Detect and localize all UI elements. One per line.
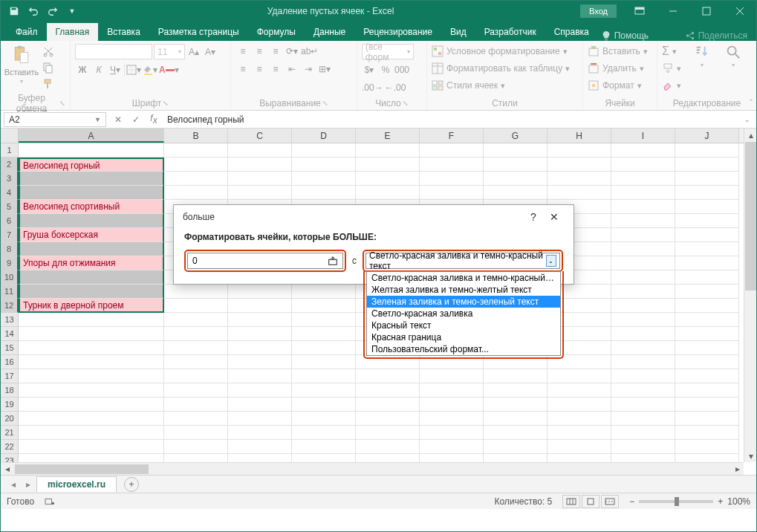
cell[interactable] <box>675 186 739 200</box>
cell[interactable] <box>675 412 739 426</box>
formula-input[interactable]: Велосипед горный <box>163 114 738 125</box>
cut-icon[interactable] <box>41 44 56 59</box>
decrease-decimal-icon[interactable]: ←.00 <box>385 80 406 95</box>
cell[interactable] <box>484 186 548 200</box>
cell[interactable] <box>292 285 356 299</box>
cell[interactable] <box>228 454 292 462</box>
cell[interactable] <box>675 214 739 228</box>
cell[interactable] <box>292 172 356 186</box>
cell[interactable] <box>19 242 164 256</box>
clear-button[interactable]: ▾ <box>662 78 681 93</box>
tab-page-layout[interactable]: Разметка страницы <box>149 23 248 41</box>
cell[interactable] <box>675 313 739 327</box>
cell[interactable] <box>164 454 228 462</box>
row-header[interactable]: 9 <box>1 256 19 270</box>
cell[interactable] <box>356 398 420 412</box>
row-header[interactable]: 2 <box>1 158 19 172</box>
cancel-formula-icon[interactable]: ✕ <box>109 111 127 128</box>
cell[interactable] <box>611 341 675 355</box>
cell[interactable] <box>484 172 548 186</box>
cell[interactable] <box>675 143 739 158</box>
cell[interactable] <box>611 242 675 256</box>
fx-icon[interactable]: fx <box>145 111 163 128</box>
cell[interactable] <box>548 383 611 398</box>
accounting-icon[interactable]: $▾ <box>362 62 377 77</box>
percent-icon[interactable]: % <box>378 62 393 77</box>
cell[interactable] <box>420 158 484 172</box>
bold-button[interactable]: Ж <box>75 62 90 77</box>
align-right-icon[interactable]: ≡ <box>268 62 283 77</box>
column-header[interactable]: G <box>484 129 548 143</box>
borders-icon[interactable]: ▾ <box>126 62 141 77</box>
cell[interactable] <box>420 454 484 462</box>
cell[interactable] <box>675 355 739 369</box>
cell[interactable] <box>484 426 548 440</box>
cell[interactable] <box>675 285 739 299</box>
row-header[interactable]: 16 <box>1 355 19 369</box>
save-icon[interactable] <box>5 2 23 20</box>
cell[interactable] <box>484 158 548 172</box>
scroll-down-icon[interactable]: ▾ <box>744 450 756 462</box>
cell[interactable] <box>164 412 228 426</box>
sort-filter-button[interactable]: ▾ <box>689 44 715 68</box>
cell[interactable] <box>611 299 675 313</box>
cell[interactable] <box>611 285 675 299</box>
cell[interactable] <box>164 398 228 412</box>
cell[interactable] <box>548 158 611 172</box>
dialog-value-input[interactable]: 0 <box>187 253 343 269</box>
cell[interactable] <box>292 412 356 426</box>
cell[interactable]: Велосипед спортивный <box>19 200 164 214</box>
cell[interactable] <box>19 143 164 158</box>
cell[interactable] <box>228 327 292 341</box>
cell[interactable] <box>611 369 675 383</box>
cell[interactable] <box>356 369 420 383</box>
cell[interactable] <box>675 228 739 242</box>
cell[interactable] <box>292 327 356 341</box>
cell[interactable] <box>19 214 164 228</box>
cell[interactable] <box>164 440 228 454</box>
cell[interactable] <box>611 143 675 158</box>
align-top-icon[interactable]: ≡ <box>235 44 250 59</box>
scroll-thumb[interactable] <box>15 464 149 474</box>
zoom-out-icon[interactable]: − <box>629 496 634 507</box>
select-all-corner[interactable] <box>1 129 19 143</box>
cell[interactable] <box>19 412 164 426</box>
tab-data[interactable]: Данные <box>305 23 354 41</box>
row-header[interactable]: 7 <box>1 228 19 242</box>
cell[interactable] <box>228 158 292 172</box>
format-as-table-button[interactable]: Форматировать как таблицу ▾ <box>432 61 570 76</box>
delete-cells-button[interactable]: Удалить ▾ <box>588 61 648 76</box>
cell[interactable]: Велосипед горный <box>19 158 164 172</box>
decrease-indent-icon[interactable]: ⇤ <box>285 62 299 77</box>
cell[interactable] <box>484 369 548 383</box>
dialog-launcher-icon[interactable]: ⤡ <box>163 100 169 107</box>
maximize-button[interactable] <box>689 1 723 22</box>
cell[interactable] <box>420 440 484 454</box>
cell[interactable] <box>420 172 484 186</box>
cell[interactable] <box>19 270 164 285</box>
cell[interactable] <box>675 426 739 440</box>
cell[interactable] <box>356 158 420 172</box>
row-header[interactable]: 5 <box>1 200 19 214</box>
cell[interactable] <box>484 440 548 454</box>
cell[interactable] <box>164 383 228 398</box>
cell[interactable] <box>164 299 228 313</box>
cell[interactable] <box>420 369 484 383</box>
cell[interactable] <box>228 299 292 313</box>
cell[interactable] <box>356 172 420 186</box>
cell[interactable] <box>19 341 164 355</box>
dropdown-option[interactable]: Зеленая заливка и темно-зеленый текст <box>367 296 560 308</box>
cell[interactable] <box>164 143 228 158</box>
vertical-scrollbar[interactable]: ▴ ▾ <box>744 129 756 462</box>
column-header[interactable]: J <box>675 129 739 143</box>
cell[interactable]: Груша боксерская <box>19 228 164 242</box>
cell[interactable] <box>611 214 675 228</box>
cell[interactable] <box>19 383 164 398</box>
cell[interactable] <box>611 398 675 412</box>
cell[interactable] <box>611 383 675 398</box>
tell-me[interactable]: Помощь <box>601 30 649 41</box>
ribbon-display-icon[interactable] <box>623 1 656 22</box>
cell[interactable] <box>19 440 164 454</box>
tab-view[interactable]: Вид <box>441 23 475 41</box>
increase-indent-icon[interactable]: ⇥ <box>301 62 316 77</box>
